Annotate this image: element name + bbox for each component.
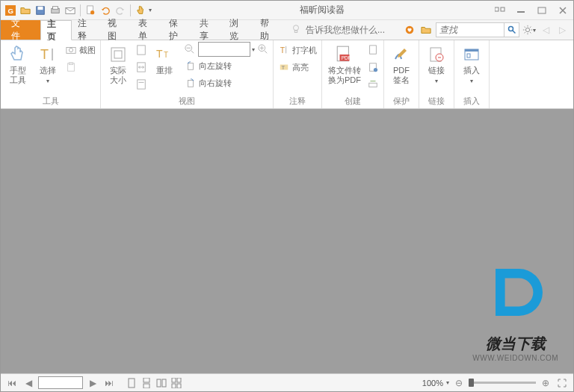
restore-icon[interactable] [493, 4, 507, 16]
reflow-label: 重排 [156, 66, 173, 75]
zoom-out-button[interactable] [183, 43, 197, 56]
print-icon[interactable] [49, 4, 62, 17]
tell-me-input[interactable] [306, 25, 403, 35]
zoom-dropdown-icon[interactable]: ▾ [252, 46, 255, 53]
actual-size-icon [108, 45, 128, 64]
hand-pointer-icon[interactable] [134, 4, 147, 17]
zoom-input[interactable] [198, 42, 250, 57]
page-number-input[interactable] [38, 376, 83, 389]
svg-rect-67 [177, 384, 181, 388]
nav-next-icon[interactable]: ▷ [555, 23, 569, 37]
continuous-facing-icon[interactable] [170, 376, 183, 390]
rotate-left-button[interactable]: 向左旋转 [183, 57, 270, 74]
svg-point-18 [525, 28, 529, 31]
nav-prev-icon[interactable]: ◁ [539, 23, 552, 37]
actual-size-button[interactable]: 实际 大小 [104, 42, 132, 85]
insert-button[interactable]: 插入▾ [457, 42, 486, 85]
tab-help[interactable]: 帮助 [254, 20, 285, 40]
minimize-icon[interactable] [513, 4, 528, 16]
zoom-in-icon[interactable]: ⊕ [539, 376, 552, 390]
watermark-logo-icon [482, 262, 549, 329]
facing-icon[interactable] [155, 376, 168, 390]
tab-share[interactable]: 共享 [194, 20, 224, 40]
tab-view[interactable]: 视图 [102, 20, 132, 40]
tab-form[interactable]: 表单 [132, 20, 163, 40]
save-icon[interactable] [34, 4, 47, 17]
single-page-icon[interactable] [125, 376, 138, 390]
open-icon[interactable] [19, 4, 32, 17]
document-canvas[interactable]: 微当下载 WWW.WEIDOWN.COM [1, 109, 573, 373]
ribbon-group-comment: T 打字机 T 高亮 注释 [274, 40, 322, 108]
tab-comment[interactable]: 注释 [72, 20, 102, 40]
from-scanner-button[interactable] [365, 76, 380, 93]
svg-rect-26 [114, 51, 122, 58]
fullscreen-icon[interactable] [555, 376, 569, 390]
hand-icon [8, 45, 28, 64]
highlight-button[interactable]: T 高亮 [277, 59, 318, 75]
quick-access-toolbar: G ▾ [4, 4, 152, 17]
undo-icon[interactable] [99, 4, 112, 17]
redo-icon[interactable] [114, 4, 127, 17]
email-icon[interactable] [64, 4, 77, 17]
qat-separator [80, 4, 81, 16]
last-page-icon[interactable]: ⏭ [102, 376, 116, 390]
clipboard-button[interactable] [64, 59, 97, 75]
zoom-in-button[interactable] [256, 43, 270, 56]
prev-page-icon[interactable]: ◀ [22, 376, 35, 390]
select-button[interactable]: T 选择▾ [34, 42, 62, 85]
rotate-right-button[interactable]: 向右旋转 [183, 75, 270, 91]
zoom-slider-thumb[interactable] [469, 379, 474, 387]
svg-rect-25 [111, 48, 125, 61]
qat-separator [130, 4, 131, 16]
snapshot-label: 截图 [79, 45, 96, 56]
search-button[interactable] [504, 23, 519, 37]
tab-protect[interactable]: 保护 [163, 20, 194, 40]
ribbon-group-links: 链接▾ 链接 [419, 40, 454, 108]
blank-pdf-button[interactable] [365, 42, 380, 58]
convert-pdf-button[interactable]: PDF 将文件转 换为PDF [325, 42, 364, 85]
svg-rect-57 [465, 49, 478, 52]
zoom-dropdown-icon[interactable]: ▾ [446, 379, 449, 386]
svg-point-8 [90, 10, 94, 14]
from-clipboard-button[interactable] [365, 59, 380, 75]
convert-pdf-label: 将文件转 换为PDF [328, 66, 361, 85]
search-input[interactable] [436, 25, 504, 35]
gear-icon[interactable]: ▾ [522, 23, 536, 37]
camera-icon [65, 44, 77, 56]
continuous-icon[interactable] [140, 376, 153, 390]
app-icon[interactable]: G [4, 4, 17, 17]
new-doc-icon[interactable] [84, 4, 97, 17]
tab-file[interactable]: 文件 [1, 20, 40, 40]
tab-home[interactable]: 主页 [40, 20, 72, 40]
fit-page-button[interactable] [134, 42, 149, 58]
first-page-icon[interactable]: ⏮ [5, 376, 19, 390]
close-icon[interactable] [555, 4, 570, 16]
group-label-view: 视图 [104, 94, 270, 108]
rotate-right-label: 向右旋转 [199, 78, 232, 89]
fit-visible-button[interactable] [134, 76, 149, 93]
typewriter-button[interactable]: T 打字机 [277, 42, 318, 58]
sign-icon [392, 45, 411, 64]
svg-text:T: T [40, 47, 49, 62]
maximize-icon[interactable] [534, 4, 549, 16]
reflow-button[interactable]: TT 重排 [150, 42, 179, 75]
pdf-sign-button[interactable]: PDF 签名 [387, 42, 416, 85]
link-button[interactable]: 链接▾ [422, 42, 451, 85]
heart-icon[interactable] [403, 23, 416, 37]
hand-tool-button[interactable]: 手型 工具 [4, 42, 32, 85]
svg-rect-14 [294, 30, 297, 32]
insert-icon [462, 45, 481, 64]
svg-text:T: T [156, 48, 163, 60]
search-box [436, 22, 519, 37]
tab-browse[interactable]: 浏览 [223, 20, 254, 40]
zoom-slider[interactable] [469, 382, 536, 384]
zoom-out-icon[interactable]: ⊖ [452, 376, 466, 390]
ribbon-group-view: 实际 大小 TT 重排 ▾ 向左旋转 [101, 40, 274, 108]
next-page-icon[interactable]: ▶ [86, 376, 99, 390]
window-controls [493, 4, 570, 16]
folder-search-icon[interactable] [419, 23, 433, 37]
convert-pdf-icon: PDF [335, 45, 354, 64]
fit-width-button[interactable] [134, 59, 149, 75]
snapshot-button[interactable]: 截图 [64, 42, 97, 58]
svg-rect-40 [188, 63, 194, 70]
